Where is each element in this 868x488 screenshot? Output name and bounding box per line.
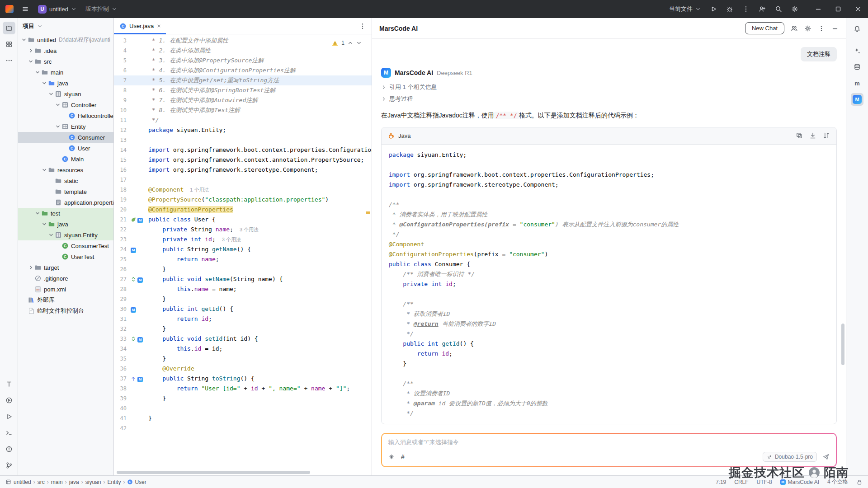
new-chat-button[interactable]: New Chat	[745, 22, 784, 34]
chevron-down-icon[interactable]	[21, 37, 27, 42]
code-line[interactable]: 14import org.springframework.boot.contex…	[114, 145, 372, 155]
chevron-right-icon[interactable]	[28, 48, 34, 53]
tree-item-siyuan-entity[interactable]: siyuan.Entity	[18, 230, 113, 240]
tree-item-item[interactable]: 临时文件和控制台	[18, 305, 113, 316]
tree-item-consumertest[interactable]: CConsumerTest	[18, 240, 113, 251]
lock-icon[interactable]	[856, 479, 863, 485]
tree-item-item[interactable]: 外部库	[18, 295, 113, 305]
editor-tab-user-java[interactable]: C User.java	[114, 18, 166, 34]
code-line[interactable]: 35 }	[114, 354, 372, 364]
chat-more-icon[interactable]	[818, 25, 825, 32]
run-config-selector[interactable]: 当前文件	[665, 3, 704, 15]
code-line[interactable]: 38 return "User [id=" + id + ", name=" +…	[114, 384, 372, 394]
code-line[interactable]: 26 }	[114, 264, 372, 274]
context-icon[interactable]: #	[401, 453, 405, 460]
breadcrumb-siyuan[interactable]: siyuan	[85, 479, 101, 485]
tree-item-untitled[interactable]: untitledD:\data\程序\java\unti	[18, 34, 113, 45]
chevron-down-icon[interactable]	[55, 102, 61, 108]
chat-input[interactable]: 输入消息或者"/"来选择指令	[388, 438, 830, 446]
run-button[interactable]	[706, 3, 721, 15]
usage-hint[interactable]: 3 个用法	[222, 237, 241, 242]
project-panel-title[interactable]: 项目	[23, 22, 34, 30]
tree-item-pom-xml[interactable]: mpom.xml	[18, 284, 113, 295]
terminal-icon[interactable]	[3, 427, 15, 439]
tree-item-static[interactable]: static	[18, 175, 113, 186]
tab-options-icon[interactable]	[357, 21, 368, 32]
debug-button[interactable]	[722, 3, 737, 15]
tree-item-template[interactable]: template	[18, 186, 113, 197]
override-gutter-icon[interactable]	[131, 376, 136, 381]
code-line[interactable]: 15import org.springframework.context.ann…	[114, 155, 372, 165]
usage-hint[interactable]: 3 个用法	[240, 227, 259, 232]
project-widget[interactable]: U untitled	[34, 3, 80, 16]
usage-hint[interactable]: 1 个用法	[190, 187, 209, 192]
ai-gutter-icon[interactable]: M	[137, 274, 143, 284]
prev-issue-icon[interactable]	[348, 40, 353, 46]
sessions-icon[interactable]	[791, 25, 798, 32]
code-line[interactable]: 29 }	[114, 294, 372, 304]
send-button[interactable]	[822, 453, 830, 460]
more-actions-button[interactable]	[739, 3, 753, 15]
tree-item-application-properties[interactable]: application.properties	[18, 197, 113, 208]
tree-item-java[interactable]: java	[18, 78, 113, 89]
insert-code-icon[interactable]	[809, 132, 816, 139]
code-line[interactable]: 39 }	[114, 394, 372, 404]
error-stripe-mark[interactable]	[366, 211, 370, 214]
chat-settings-icon[interactable]	[804, 25, 811, 32]
ai-assistant-icon[interactable]	[851, 44, 863, 57]
updown-gutter-icon[interactable]	[131, 336, 136, 342]
code-with-me-button[interactable]	[755, 3, 769, 15]
code-line[interactable]: 31 return id;	[114, 314, 372, 324]
code-line[interactable]: 21Mpublic class User {	[114, 215, 372, 225]
window-minimize-button[interactable]	[808, 0, 828, 18]
chevron-down-icon[interactable]	[55, 124, 61, 129]
thinking-toggle[interactable]: 思考过程	[381, 95, 837, 103]
code-line[interactable]: 6 * 4. 在类中添加@ConfigurationProperties注解	[114, 66, 372, 75]
code-line[interactable]: 17	[114, 175, 372, 185]
code-line[interactable]: 24M public String getName() {	[114, 244, 372, 254]
code-line[interactable]: 41}	[114, 413, 372, 423]
code-line[interactable]: 12package siyuan.Entity;	[114, 125, 372, 135]
ai-gutter-icon[interactable]: M	[131, 244, 136, 254]
problems-icon[interactable]	[3, 443, 15, 455]
ai-gutter-icon[interactable]: M	[137, 215, 143, 225]
code-line[interactable]: 7 * 5. 在类中设置get/set;重写toString方法	[114, 75, 372, 85]
tree-item-src[interactable]: src	[18, 56, 113, 67]
code-line[interactable]: 18@Component1 个用法	[114, 185, 372, 195]
tree-item-entity[interactable]: Entity	[18, 121, 113, 132]
chevron-down-icon[interactable]	[41, 167, 47, 173]
model-selector[interactable]: Doubao-1.5-pro	[763, 452, 817, 462]
code-line[interactable]: 37M public String toString() {	[114, 374, 372, 384]
inspections-widget[interactable]: 1	[330, 37, 363, 49]
marscode-icon[interactable]: M	[851, 93, 863, 106]
ai-gutter-icon[interactable]: M	[131, 304, 136, 314]
tree-item-usertest[interactable]: CUserTest	[18, 251, 113, 262]
maven-icon[interactable]: m	[851, 77, 863, 89]
code-line[interactable]: 42	[114, 423, 372, 433]
database-icon[interactable]	[851, 61, 863, 73]
code-line[interactable]: 36 @Override	[114, 364, 372, 374]
tree-item-test[interactable]: test	[18, 208, 113, 219]
tree-item-hellocontroller[interactable]: CHellocontroller	[18, 110, 113, 121]
references-toggle[interactable]: 引用 1 个相关信息	[381, 83, 837, 91]
caret-position[interactable]: 7:19	[716, 479, 726, 485]
chevron-down-icon[interactable]	[34, 70, 41, 75]
code-line[interactable]: 11 */	[114, 115, 372, 125]
window-close-button[interactable]	[848, 0, 868, 18]
diff-code-icon[interactable]	[823, 132, 830, 139]
breadcrumb-entity[interactable]: Entity	[107, 479, 121, 485]
chevron-right-icon[interactable]	[28, 265, 34, 270]
code-line[interactable]: 9 * 7. 在测试类中添加@Autowired注解	[114, 95, 372, 105]
ai-gutter-icon[interactable]: M	[137, 374, 143, 384]
vcs-widget[interactable]: 版本控制	[82, 3, 121, 15]
code-line[interactable]: 23 private int id;3 个用法	[114, 235, 372, 244]
chevron-down-icon[interactable]	[41, 221, 47, 227]
chevron-down-icon[interactable]	[34, 211, 41, 216]
chevron-down-icon[interactable]	[28, 59, 34, 64]
breadcrumb-untitled[interactable]: untitled	[14, 479, 31, 485]
tree-item-java[interactable]: java	[18, 219, 113, 230]
search-everywhere-button[interactable]	[771, 3, 786, 15]
window-maximize-button[interactable]	[828, 0, 848, 18]
code-line[interactable]: 30M public int getId() {	[114, 304, 372, 314]
tree-item-resources[interactable]: resources	[18, 164, 113, 175]
